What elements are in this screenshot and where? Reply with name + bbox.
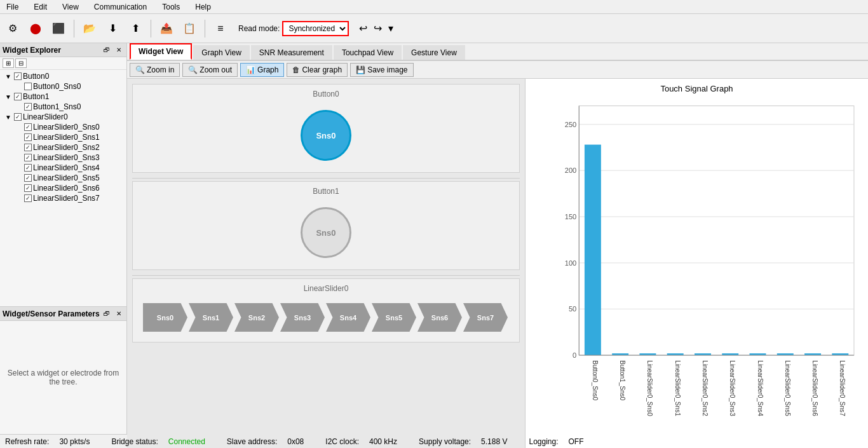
slave-address-label: Slave address: bbox=[227, 437, 287, 446]
tree-checkbox-button0_sns0[interactable] bbox=[24, 83, 32, 90]
tree-checkbox-linearslider0_sns5[interactable] bbox=[24, 174, 32, 182]
tree-item-linearslider0_sns0[interactable]: LinearSlider0_Sns0 bbox=[1, 122, 125, 132]
slider-arrow-sns7[interactable]: Sns7 bbox=[463, 303, 508, 332]
svg-text:0: 0 bbox=[573, 351, 576, 359]
tree-label-linearslider0_sns6: LinearSlider0_Sns6 bbox=[33, 184, 100, 193]
pause-button[interactable]: ⬛ bbox=[48, 18, 69, 39]
menu-help[interactable]: Help bbox=[191, 1, 215, 13]
tree-item-linearslider0[interactable]: ▼LinearSlider0 bbox=[1, 112, 125, 122]
widget-view-panel: Button0 Sns0 Button1 bbox=[127, 79, 525, 448]
sensor-params: Widget/Sensor Parameters 🗗 ✕ Select a wi… bbox=[0, 307, 126, 434]
tree-item-linearslider0_sns1[interactable]: LinearSlider0_Sns1 bbox=[1, 132, 125, 142]
menu-communication[interactable]: Communication bbox=[90, 1, 151, 13]
upload-button[interactable]: ⬆ bbox=[125, 18, 146, 39]
button1-circle[interactable]: Sns0 bbox=[301, 207, 351, 258]
sep3 bbox=[316, 437, 323, 446]
menu-view[interactable]: View bbox=[58, 1, 83, 13]
svg-text:Button1_Sns0: Button1_Sns0 bbox=[619, 360, 626, 401]
svg-text:Button0_Sns0: Button0_Sns0 bbox=[592, 360, 599, 401]
graph-label: Graph bbox=[257, 65, 278, 74]
toolbar: ⚙ ⬤ ⬛ 📂 ⬇ ⬆ 📤 📋 ≡ Read mode: Synchronize… bbox=[0, 14, 868, 43]
svg-text:LinearSlider0_Sns7: LinearSlider0_Sns7 bbox=[839, 360, 846, 416]
tab-touchpad-view[interactable]: Touchpad View bbox=[334, 45, 402, 60]
tree-item-button1_sns0[interactable]: Button1_Sns0 bbox=[1, 102, 125, 112]
slider-arrow-sns6[interactable]: Sns6 bbox=[417, 303, 462, 332]
sep2 bbox=[218, 437, 224, 446]
tab-graph-view[interactable]: Graph View bbox=[193, 45, 249, 60]
tree-checkbox-linearslider0[interactable] bbox=[14, 113, 22, 121]
tree-checkbox-linearslider0_sns3[interactable] bbox=[24, 154, 32, 161]
slider-arrow-sns3[interactable]: Sns3 bbox=[280, 303, 325, 332]
tree-checkbox-linearslider0_sns1[interactable] bbox=[24, 133, 32, 141]
open-button[interactable]: 📂 bbox=[79, 18, 100, 39]
button1-widget[interactable]: Sns0 bbox=[138, 201, 514, 264]
clear-graph-button[interactable]: 🗑 Clear graph bbox=[287, 63, 348, 77]
zoom-in-label: Zoom in bbox=[147, 65, 174, 74]
tree-label-linearslider0_sns3: LinearSlider0_Sns3 bbox=[33, 153, 100, 162]
tree-item-linearslider0_sns5[interactable]: LinearSlider0_Sns5 bbox=[1, 173, 125, 183]
tree-content: ▼Button0Button0_Sns0▼Button1Button1_Sns0… bbox=[0, 70, 126, 306]
tree-item-button1[interactable]: ▼Button1 bbox=[1, 92, 125, 102]
bridge-status-label: Bridge status: bbox=[111, 437, 168, 446]
widget-explorer-close[interactable]: ✕ bbox=[114, 45, 124, 55]
tree-checkbox-linearslider0_sns7[interactable] bbox=[24, 194, 32, 202]
expand-all-button[interactable]: ⊞ bbox=[3, 58, 14, 68]
list-button[interactable]: ≡ bbox=[210, 18, 231, 39]
tab-gesture-view[interactable]: Gesture View bbox=[403, 45, 465, 60]
download-button[interactable]: ⬇ bbox=[102, 18, 123, 39]
button0-circle[interactable]: Sns0 bbox=[301, 110, 351, 161]
sensor-params-close[interactable]: ✕ bbox=[114, 309, 124, 318]
tree-checkbox-linearslider0_sns6[interactable] bbox=[24, 184, 32, 192]
linearslider0-name: LinearSlider0 bbox=[138, 284, 514, 293]
expand-arrow[interactable]: ▼ bbox=[5, 73, 13, 80]
save-image-button[interactable]: 💾 Save image bbox=[350, 63, 413, 77]
menu-file[interactable]: File bbox=[3, 1, 22, 13]
zoom-out-button[interactable]: 🔍 Zoom out bbox=[182, 63, 238, 77]
tree-checkbox-linearslider0_sns0[interactable] bbox=[24, 123, 32, 131]
expand-arrow[interactable]: ▼ bbox=[5, 93, 13, 100]
zoom-in-button[interactable]: 🔍 Zoom in bbox=[130, 63, 180, 77]
tree-checkbox-button1_sns0[interactable] bbox=[24, 103, 32, 111]
stop-button[interactable]: ⬤ bbox=[25, 18, 46, 39]
undo-button[interactable]: ↩ bbox=[356, 21, 370, 36]
tree-checkbox-button1[interactable] bbox=[14, 93, 22, 100]
tree-item-linearslider0_sns2[interactable]: LinearSlider0_Sns2 bbox=[1, 142, 125, 153]
main-layout: Widget Explorer 🗗 ✕ ⊞ ⊟ ▼Button0Button0_… bbox=[0, 43, 868, 434]
button0-widget[interactable]: Sns0 bbox=[138, 104, 514, 167]
tree-item-linearslider0_sns6[interactable]: LinearSlider0_Sns6 bbox=[1, 183, 125, 193]
graph-button[interactable]: 📊 Graph bbox=[240, 63, 284, 77]
collapse-all-button[interactable]: ⊟ bbox=[15, 58, 27, 68]
slider-arrows-container: Sns0Sns1Sns2Sns3Sns4Sns5Sns6Sns7 bbox=[138, 298, 514, 337]
tree-item-linearslider0_sns3[interactable]: LinearSlider0_Sns3 bbox=[1, 153, 125, 163]
toolbar-sep-3 bbox=[205, 20, 205, 37]
tab-snr-measurement[interactable]: SNR Measurement bbox=[251, 45, 332, 60]
slider-arrow-sns2[interactable]: Sns2 bbox=[234, 303, 279, 332]
export2-button[interactable]: 📋 bbox=[179, 18, 200, 39]
svg-text:250: 250 bbox=[565, 121, 576, 128]
button1-sns-label: Sns0 bbox=[316, 228, 336, 238]
tree-item-linearslider0_sns4[interactable]: LinearSlider0_Sns4 bbox=[1, 163, 125, 173]
menu-edit[interactable]: Edit bbox=[30, 1, 51, 13]
redo-button[interactable]: ↪ bbox=[371, 21, 384, 36]
tree-item-button0[interactable]: ▼Button0 bbox=[1, 71, 125, 81]
tree-checkbox-linearslider0_sns2[interactable] bbox=[24, 144, 32, 151]
export-button[interactable]: 📤 bbox=[156, 18, 177, 39]
slider-arrow-sns1[interactable]: Sns1 bbox=[189, 303, 233, 332]
tree-checkbox-button0[interactable] bbox=[14, 72, 22, 80]
settings-button[interactable]: ⚙ bbox=[3, 18, 23, 39]
widget-explorer-restore[interactable]: 🗗 bbox=[101, 45, 112, 55]
tree-label-linearslider0_sns0: LinearSlider0_Sns0 bbox=[33, 123, 100, 132]
menu-tools[interactable]: Tools bbox=[158, 1, 184, 13]
tree-checkbox-linearslider0_sns4[interactable] bbox=[24, 164, 32, 172]
slider-arrow-sns0[interactable]: Sns0 bbox=[143, 303, 187, 332]
svg-text:LinearSlider0_Sns6: LinearSlider0_Sns6 bbox=[811, 360, 818, 416]
tree-item-linearslider0_sns7[interactable]: LinearSlider0_Sns7 bbox=[1, 193, 125, 203]
expand-arrow[interactable]: ▼ bbox=[5, 114, 13, 121]
tree-item-button0_sns0[interactable]: Button0_Sns0 bbox=[1, 81, 125, 92]
slider-arrow-sns4[interactable]: Sns4 bbox=[326, 303, 370, 332]
redo-arrow[interactable]: ▾ bbox=[386, 21, 396, 36]
tab-widget-view[interactable]: Widget View bbox=[130, 43, 192, 60]
sensor-params-restore[interactable]: 🗗 bbox=[101, 309, 112, 318]
slider-arrow-sns5[interactable]: Sns5 bbox=[372, 303, 416, 332]
read-mode-select[interactable]: Synchronized Continuous Single bbox=[282, 21, 349, 36]
